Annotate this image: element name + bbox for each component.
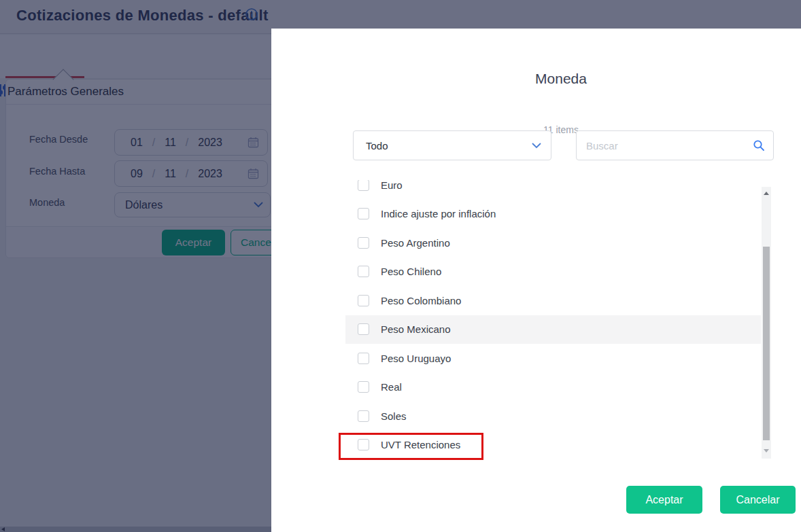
checkbox[interactable] — [358, 266, 369, 277]
list-item-label: Peso Mexicano — [381, 323, 451, 335]
chevron-down-icon — [532, 143, 541, 149]
scrollbar-thumb[interactable] — [763, 247, 770, 440]
list-item-soles[interactable]: Soles — [345, 402, 761, 431]
list-item-uvt-retenciones[interactable]: UVT Retenciones — [345, 431, 761, 459]
checkbox[interactable] — [358, 410, 369, 422]
filter-dropdown[interactable]: Todo — [353, 130, 551, 160]
list-item-label: Peso Argentino — [381, 237, 450, 249]
search-icon[interactable] — [753, 139, 765, 152]
list-item-peso-colombiano[interactable]: Peso Colombiano — [345, 286, 761, 315]
list-item-peso-argentino[interactable]: Peso Argentino — [345, 228, 761, 258]
list-item-indice[interactable]: Indice ajuste por inflación — [345, 200, 761, 229]
checkbox[interactable] — [358, 295, 369, 306]
list-item-label: Peso Chileno — [381, 266, 441, 277]
checkbox[interactable] — [358, 439, 369, 450]
list-item-peso-uruguayo[interactable]: Peso Uruguayo — [345, 344, 761, 373]
list-item-label: Real — [381, 381, 402, 393]
modal-accept-button[interactable]: Aceptar — [626, 486, 702, 514]
modal-title: Moneda — [271, 71, 801, 87]
list-item-label: Euro — [381, 180, 403, 191]
checkbox[interactable] — [358, 208, 369, 219]
list-item-label: Peso Uruguayo — [381, 353, 451, 364]
moneda-modal: Moneda 11 items Todo Euro Indice ajuste … — [271, 29, 801, 532]
list-item-real[interactable]: Real — [345, 373, 761, 402]
vertical-scrollbar[interactable] — [762, 187, 771, 459]
scroll-up-arrow-icon[interactable] — [764, 192, 769, 195]
list-item-peso-chileno[interactable]: Peso Chileno — [345, 258, 761, 287]
list-item-peso-mexicano[interactable]: Peso Mexicano — [345, 315, 761, 344]
scroll-down-arrow-icon[interactable] — [764, 449, 769, 453]
checkbox[interactable] — [358, 180, 369, 191]
search-box — [576, 130, 774, 160]
currency-list: Euro Indice ajuste por inflación Peso Ar… — [345, 180, 761, 459]
checkbox[interactable] — [358, 237, 369, 249]
checkbox[interactable] — [358, 323, 369, 335]
filter-dropdown-value: Todo — [366, 140, 388, 152]
search-input[interactable] — [586, 140, 753, 152]
checkbox[interactable] — [358, 381, 369, 393]
list-item-label: Indice ajuste por inflación — [381, 208, 496, 219]
modal-cancel-button[interactable]: Cancelar — [720, 486, 796, 514]
list-item-label: Peso Colombiano — [381, 295, 461, 306]
list-item-euro[interactable]: Euro — [345, 180, 761, 200]
checkbox[interactable] — [358, 353, 369, 364]
list-item-label: Soles — [381, 410, 407, 422]
list-item-label: UVT Retenciones — [381, 439, 460, 450]
